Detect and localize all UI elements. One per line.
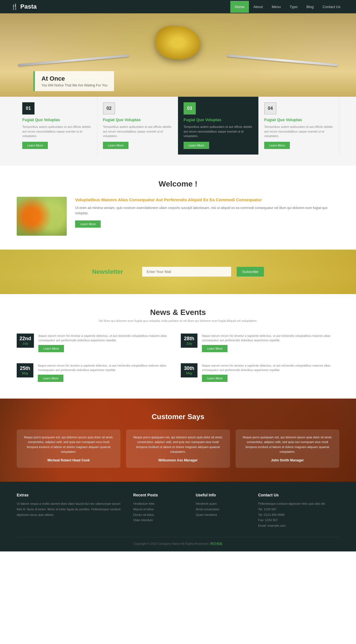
testimonial-2: Neque porro quisquam est, qui dolorem ip…	[126, 429, 230, 468]
news-item-2: 28th July Itaque earum rerum hic tenetur…	[181, 331, 339, 355]
footer-post-link-2[interactable]: Mauris et tellus	[133, 507, 187, 512]
footer-extras: Extras Ut labore nequa a mollis laoreet …	[17, 493, 125, 529]
news-btn-3[interactable]: Learn More	[38, 375, 63, 382]
feature-item-4: 04 Fugiat Quo Voluptas Temporibus autem …	[259, 97, 339, 155]
feature-btn-4[interactable]: Learn More	[264, 142, 290, 149]
news-day-3: 25th	[19, 365, 31, 371]
footer-contact-address: Pellentesque condunt dignissim felis qui…	[258, 501, 339, 507]
footer-info-link-2[interactable]: Amet consectetur	[196, 507, 250, 512]
footer-extras-heading: Extras	[17, 493, 125, 497]
pasta-visual	[156, 26, 200, 59]
welcome-article-body: Ut enim ad minima veniam, quis nostrum e…	[75, 205, 339, 216]
news-date-4: 30th May	[181, 363, 197, 377]
news-text-1: Itaque earum rerum hic tenetur a sapient…	[38, 334, 175, 343]
footer-contact-email: Email: example.com	[258, 523, 339, 529]
hero-subtitle: You Will Notice That We Are Waiting For …	[41, 83, 107, 87]
news-date-2: 28th July	[181, 334, 197, 348]
news-subtitle: Vel illum qui dolorem eum fugiat quo vol…	[17, 319, 339, 322]
welcome-heading: Welcome !	[17, 180, 339, 188]
footer-post-link-3[interactable]: Donec sit tellus	[133, 512, 187, 518]
feature-btn-3[interactable]: Learn More	[184, 142, 209, 149]
testimonial-text-1: Neque porro quisquam est, qui dolorem ip…	[22, 435, 115, 454]
features-grid: 01 Fugiat Quo Voluptas Temporibus autem …	[17, 97, 339, 155]
welcome-image	[17, 197, 67, 236]
nav-item-typo[interactable]: Typo	[285, 1, 302, 13]
nav-item-blog[interactable]: Blog	[302, 1, 318, 13]
feature-num-3: 03	[184, 102, 196, 115]
footer-contact-heading: Contact Us	[258, 493, 339, 497]
testimonial-author-2: Williumson Ass Manager	[132, 458, 224, 462]
welcome-btn[interactable]: Learn More	[75, 220, 101, 228]
news-day-1: 22nd	[19, 336, 31, 342]
news-item-4: 30th May Itaque earum rerum hic tenetur …	[181, 360, 339, 385]
feature-desc-2: Temporibus autem quibusdam et aut offici…	[103, 125, 172, 138]
footer-post-link-4[interactable]: Vitae interdum	[133, 518, 187, 523]
news-btn-2[interactable]: Learn More	[202, 345, 228, 352]
footer-info-link-3[interactable]: Quam hendrerit	[196, 512, 250, 518]
feature-title-4: Fugiat Quo Voluptas	[264, 117, 333, 122]
nav-item-home[interactable]: Home	[230, 1, 249, 13]
feature-desc-1: Temporibus autem quibusdam et aut offici…	[22, 125, 92, 138]
feature-btn-1[interactable]: Learn More	[22, 142, 48, 149]
nav-item-contact[interactable]: Contact Us	[318, 1, 345, 13]
nav-menu: Home About Menu Typo Blog Contact Us	[230, 1, 345, 13]
welcome-section: Welcome ! Voluptatibus Maiores Alias Con…	[0, 166, 356, 250]
nav-item-about[interactable]: About	[249, 1, 267, 13]
news-month-2: July	[184, 342, 195, 345]
feature-item-2: 02 Fugiat Quo Voluptas Temporibus autem …	[97, 97, 178, 155]
news-body-4: Itaque earum rerum hic tenetur a sapient…	[202, 363, 339, 382]
footer-contact-phone1: Tel: 1234 567	[258, 507, 339, 512]
news-item-1: 22nd July Itaque earum rerum hic tenetur…	[17, 331, 175, 355]
news-events-section: News & Events Vel illum qui dolorem eum …	[0, 294, 356, 399]
footer-bottom: Copyright © 2024 Company Name All Rights…	[17, 537, 339, 546]
testimonial-author-1: Micheal Robert Head Cook	[22, 458, 115, 462]
news-text-2: Itaque earum rerum hic tenetur a sapient…	[202, 334, 339, 343]
feature-title-3: Fugiat Quo Voluptas	[184, 117, 253, 122]
newsletter-section: Newsletter Subscribe	[0, 250, 356, 294]
nav-item-menu[interactable]: Menu	[267, 1, 285, 13]
testimonial-text-2: Neque porro quisquam est, qui dolorem ip…	[132, 435, 224, 454]
testimonial-3: Neque porro quisquam est, qui dolorem ip…	[236, 429, 339, 468]
footer-extras-body: Ut labore nequa a mollis laoreet diam di…	[17, 501, 125, 518]
testimonial-author-3: John Smith Manager	[241, 458, 334, 462]
newsletter-label: Newsletter	[92, 268, 137, 275]
news-date-3: 25th May	[17, 363, 33, 377]
news-heading: News & Events	[17, 308, 339, 317]
footer-post-link-1[interactable]: Vestibulum felis	[133, 501, 187, 507]
news-month-4: May	[184, 371, 195, 375]
footer-info-link-1[interactable]: Hendrerit quam	[196, 501, 250, 507]
footer-useful-info: Useful Info Hendrerit quam Amet consecte…	[196, 493, 250, 529]
testimonial-text-3: Neque porro quisquam est, qui dolorem ip…	[241, 435, 334, 454]
welcome-article-title: Voluptatibus Maiores Alias Consequatur A…	[75, 197, 339, 203]
footer-info-heading: Useful Info	[196, 493, 250, 497]
footer-contact-fax: Fax: 1234 567	[258, 518, 339, 523]
welcome-content: Voluptatibus Maiores Alias Consequatur A…	[17, 197, 339, 236]
fork-icon: 🍴	[11, 3, 18, 10]
news-body-1: Itaque earum rerum hic tenetur a sapient…	[38, 334, 175, 352]
news-item-3: 25th May Itaque earum rerum hic tenetur …	[17, 360, 175, 385]
newsletter-input[interactable]	[142, 267, 231, 277]
navbar: 🍴 Pasta Home About Menu Typo Blog Contac…	[0, 0, 356, 13]
brand-name: Pasta	[20, 3, 37, 10]
news-text-3: Itaque earum rerum hic tenetur a sapient…	[38, 363, 175, 372]
news-btn-1[interactable]: Learn More	[38, 345, 64, 352]
news-btn-4[interactable]: Learn More	[202, 375, 228, 382]
testimonials-grid: Neque porro quisquam est, qui dolorem ip…	[17, 429, 339, 468]
feature-title-2: Fugiat Quo Voluptas	[103, 117, 172, 122]
feature-btn-2[interactable]: Learn More	[103, 142, 128, 149]
news-month-1: July	[19, 342, 31, 345]
brand[interactable]: 🍴 Pasta	[11, 3, 37, 10]
news-text-4: Itaque earum rerum hic tenetur a sapient…	[202, 363, 339, 372]
feature-num-4: 04	[264, 102, 276, 115]
footer-grid: Extras Ut labore nequa a mollis laoreet …	[17, 493, 339, 529]
hero-banner: At Once You Will Notice That We Are Wait…	[33, 71, 114, 91]
footer-contact: Contact Us Pellentesque condunt dignissi…	[258, 493, 339, 529]
credit-link[interactable]: 网页模板	[210, 542, 222, 545]
feature-desc-4: Temporibus autem quibusdam et aut offici…	[264, 125, 333, 138]
news-day-2: 28th	[184, 336, 195, 342]
subscribe-button[interactable]: Subscribe	[237, 267, 264, 277]
customer-heading: Customer Says	[17, 412, 339, 421]
footer-contact-phone2: Tel: 0123-456-9999	[258, 512, 339, 518]
features-section: 01 Fugiat Quo Voluptas Temporibus autem …	[0, 97, 356, 166]
news-date-1: 22nd July	[17, 334, 34, 348]
